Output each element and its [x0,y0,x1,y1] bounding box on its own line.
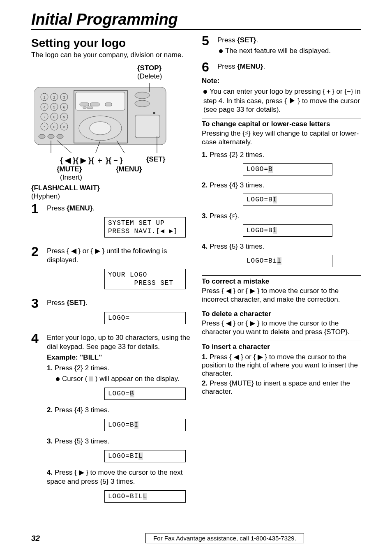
step-number: 1 [31,202,47,215]
menu-key-label: {MENU} [116,165,142,173]
step-number: 6 [202,60,217,74]
footer-text: For Fax Advantage assistance, call 1-800… [145,533,304,543]
lcd-display: LOGO=BI [243,194,332,206]
svg-text:0: 0 [53,125,55,129]
step-text: Press { ◀ } or { ▶ } until the following… [47,247,190,265]
mute-key-label: {MUTE} [57,165,82,173]
cursor-icon [89,376,93,381]
insert-heading: To insert a character [202,343,361,351]
svg-text:5: 5 [53,105,55,109]
lcd-display: LOGO= [104,312,186,324]
correct-heading: To correct a mistake [202,277,361,286]
step-number: 4 [31,332,47,345]
svg-text:2: 2 [53,95,55,99]
flash-key-sub: (Hyphen) [31,192,60,201]
svg-point-27 [57,134,63,138]
intro-text: The logo can be your company, division o… [31,51,190,59]
svg-point-25 [39,134,45,138]
mute-key-sub: (Insert) [60,173,82,182]
svg-rect-31 [105,103,112,106]
svg-text:7: 7 [43,115,45,119]
example-label: Example: "BILL" [47,353,102,361]
svg-text:1: 1 [43,95,45,99]
section-heading: Setting your logo [31,37,190,50]
svg-text:#: # [63,125,65,129]
svg-text:*: * [44,125,45,129]
step-text: Enter your logo, up to 30 characters, us… [47,333,190,351]
svg-rect-39 [135,115,160,138]
correct-body: Press { ◀ } or { ▶ } to move the cursor … [202,286,361,304]
lcd-display: SYSTEM SET UP PRESS NAVI.[◀ ▶] [104,217,186,238]
set-key: {SET} [67,299,85,307]
svg-text:3: 3 [63,95,65,99]
menu-key: {MENU} [67,204,92,212]
lcd-display: LOGO=Bi [243,224,332,237]
lcd-display: LOGO=B [104,388,186,400]
svg-rect-38 [153,112,155,114]
svg-rect-29 [80,103,89,106]
stop-key-label: {STOP} [137,64,161,72]
step-number: 2 [31,245,47,258]
set-key: {SET} [237,36,256,44]
svg-text:6: 6 [63,105,65,109]
caps-body: Pressing the {♯} key will change to capi… [202,129,361,147]
svg-text:4: 4 [43,105,45,109]
caps-heading: To change capital or lower-case letters [202,120,361,128]
lcd-display: LOGO=Bil [243,255,332,267]
note-body: You can enter your logo by pressing {＋} … [203,88,360,113]
page-title: Initial Programming [31,12,361,30]
delete-heading: To delete a character [202,310,361,318]
lcd-display: LOGO=BI [104,419,186,431]
svg-rect-33 [87,107,93,108]
svg-point-37 [135,100,150,107]
svg-text:9: 9 [63,115,65,119]
step-number: 3 [31,297,47,310]
svg-point-36 [135,92,150,99]
stop-key-sub: (Delete) [137,72,162,81]
lcd-display: YOUR LOGO PRESS SET [104,269,186,289]
flash-key-label: {FLASH/CALL WAIT} [31,184,100,192]
svg-point-26 [48,134,54,138]
delete-body: Press { ◀ } or { ▶ } to move the cursor … [202,319,361,337]
arrow-keys-label: { ◀ }{ ▶ }{ ＋ }{ − } [60,155,123,165]
svg-rect-30 [90,103,99,106]
device-svg: 1 2 3 4 5 6 7 8 9 * 0 # [35,83,174,153]
note-heading: Note: [202,77,361,85]
step-number: 5 [202,34,217,47]
lcd-display: LOGO=BILL [104,490,186,503]
device-diagram: {STOP} (Delete) 1 2 3 4 5 [31,63,190,199]
svg-text:8: 8 [53,115,55,119]
lcd-display: LOGO=BIL [104,450,186,462]
page-number: 32 [31,534,89,543]
set-key-label: {SET} [146,155,165,164]
svg-rect-32 [83,107,86,108]
svg-point-35 [90,122,111,135]
menu-key: {MENU} [237,62,263,70]
lcd-display: LOGO=B [243,163,332,175]
